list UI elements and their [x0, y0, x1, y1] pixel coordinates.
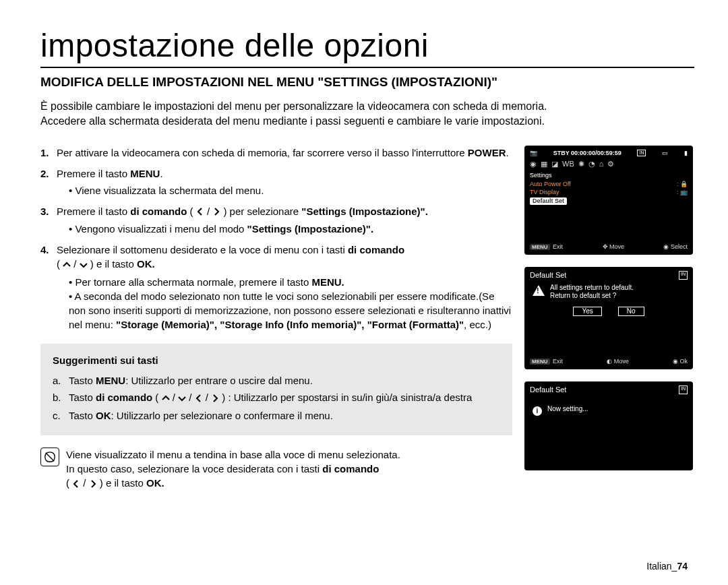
footer-select: ◉ Select: [663, 243, 688, 251]
chevron-up-icon: [162, 392, 170, 406]
step4-mid3: ) e il tasto: [88, 258, 137, 270]
step3-sub: Vengono visualizzati i menu del modo "Se…: [69, 222, 512, 236]
menu-header-settings: Settings: [530, 171, 688, 180]
note-line3-mid: ) e il tasto: [97, 477, 146, 489]
step1-post: .: [506, 147, 508, 158]
status-text: STBY 00:00:00/00:59:59: [553, 150, 621, 157]
menu-item-default-set: Default Set: [530, 197, 688, 206]
note-text: Viene visualizzato il menu a tendina in …: [66, 448, 400, 491]
intro-line1: È possibile cambiare le impostazioni del…: [40, 100, 547, 112]
card-icon: ▭: [662, 150, 668, 157]
footer-move: ◐ Move: [607, 358, 629, 365]
step1-pre: Per attivare la videocamera con scheda d…: [57, 147, 468, 158]
camera-screen-settings: 📷 STBY 00:00:00/00:59:59 IN ▭ ▮ ◉ ▦ ◪ WB…: [524, 146, 693, 255]
note-line2-b: di comando: [322, 463, 379, 474]
step3-b1: di comando: [130, 206, 187, 217]
note-row: Viene visualizzato il menu a tendina in …: [40, 448, 512, 491]
step3-sub-pre: Vengono visualizzati i menu del modo: [75, 223, 247, 235]
step3-mid3: ) per selezionare: [220, 206, 301, 217]
status-message: Now setting...: [547, 405, 588, 416]
note-line2-pre: In questo caso, selezionare la voce desi…: [66, 463, 322, 474]
tip-b-mid1: (: [152, 392, 161, 403]
camera-screen-default-set-confirm: Default Set IN All settings return to de…: [524, 267, 693, 369]
step4-b2: OK.: [137, 258, 155, 270]
step2-post: .: [160, 168, 162, 179]
step3-mid1: (: [187, 206, 195, 217]
page-title: impostazione delle opzioni: [40, 27, 694, 68]
note-line3-pre: (: [66, 477, 72, 489]
dialog-msg1: All settings return to default.: [550, 284, 634, 292]
info-icon: i: [533, 406, 542, 416]
page-label: Italian_: [646, 561, 677, 572]
section-heading: MODIFICA DELLE IMPOSTAZIONI NEL MENU "SE…: [40, 75, 694, 90]
storage-in-badge: IN: [637, 150, 646, 156]
note-icon: [40, 448, 59, 466]
tip-b-sep1: /: [170, 392, 179, 403]
icon-generic: ◉: [530, 160, 537, 168]
battery-icon: ▮: [684, 150, 688, 157]
chevron-right-icon: [212, 205, 220, 219]
storage-in-badge: IN: [679, 271, 688, 280]
tips-title: Suggerimenti sui tasti: [53, 353, 500, 368]
step3-b2: "Settings (Impostazione)".: [301, 206, 428, 217]
step4-sub1: Per tornare alla schermata normale, prem…: [69, 275, 512, 289]
tip-b-b: di comando: [96, 392, 152, 403]
step1-bold: POWER: [468, 147, 506, 158]
step-1-text: Per attivare la videocamera con scheda d…: [57, 146, 512, 160]
step-number-1: 1.: [40, 146, 57, 160]
footer-exit: MENU Exit: [530, 358, 563, 365]
icon-generic: ◔: [588, 160, 595, 168]
step4-mid2: /: [71, 258, 80, 270]
tip-b-sep3: /: [203, 392, 212, 403]
tip-c: Tasto OK: Utilizzarlo per selezionare o …: [69, 408, 333, 423]
gear-icon: ⚙: [607, 160, 614, 168]
tip-b-pre: Tasto: [69, 392, 96, 403]
dialog-title: Default Set: [530, 271, 566, 280]
step-number-2: 2.: [40, 166, 57, 197]
step-number-4: 4.: [40, 243, 57, 332]
yes-button[interactable]: Yes: [573, 307, 601, 316]
footer-exit: MENU Exit: [530, 243, 563, 251]
intro-text: È possibile cambiare le impostazioni del…: [40, 99, 694, 129]
instructions-column: 1. Per attivare la videocamera con sched…: [40, 146, 512, 491]
icon-generic: ✺: [578, 160, 584, 168]
step4-sub2: A seconda del modo selezionato non tutte…: [69, 289, 512, 332]
chevron-left-icon: [195, 392, 203, 406]
icon-generic: ▦: [541, 160, 547, 168]
tip-b-sep2: /: [186, 392, 195, 403]
step4-sub1-b: MENU.: [311, 276, 344, 288]
step4-pre: Selezionare il sottomenu desiderato e la…: [57, 244, 348, 255]
step2-sub: Viene visualizzata la schermata del menu…: [69, 183, 512, 197]
warning-icon: [533, 285, 545, 296]
tip-b: Tasto di comando ( / / / ) : Utilizzarlo…: [69, 390, 472, 406]
step4-sub1-pre: Per tornare alla schermata normale, prem…: [75, 276, 311, 288]
step4-sub2-b1: "Storage (Memoria)", "Storage Info (Info…: [116, 319, 464, 330]
no-button[interactable]: No: [618, 307, 644, 316]
tip-c-b: OK: [96, 410, 111, 421]
step2-pre: Premere il tasto: [57, 168, 130, 179]
chevron-right-icon: [211, 392, 219, 406]
tip-letter-a: a.: [53, 373, 69, 388]
step2-bold: MENU: [130, 168, 160, 179]
lock-icon: : 🔒: [677, 181, 688, 188]
chevron-down-icon: [80, 258, 88, 272]
tip-a-b: MENU: [96, 375, 125, 386]
top-icon-row: ◉ ▦ ◪ WB ✺ ◔ ⌂ ⚙: [530, 160, 688, 168]
tip-b-mid2: ) : Utilizzarlo per spostarsi in su/in g…: [219, 392, 472, 403]
tip-letter-c: c.: [53, 408, 69, 423]
camera-icon: 📷: [530, 150, 537, 157]
tip-letter-b: b.: [53, 390, 69, 406]
screenshots-column: 📷 STBY 00:00:00/00:59:59 IN ▭ ▮ ◉ ▦ ◪ WB…: [524, 146, 693, 470]
storage-in-badge: IN: [679, 386, 688, 394]
dialog-message: All settings return to default. Return t…: [550, 284, 634, 300]
tip-c-post: : Utilizzarlo per selezionare o conferma…: [111, 410, 333, 421]
step4-sub2-post: , ecc.): [464, 319, 491, 330]
note-line1: Viene visualizzato il menu a tendina in …: [66, 449, 400, 460]
step3-pre: Premere il tasto: [57, 206, 130, 217]
chevron-down-icon: [178, 392, 186, 406]
note-line3-b: OK.: [146, 477, 164, 489]
step3-mid2: /: [204, 206, 213, 217]
step4-mid1: (: [57, 258, 63, 270]
tip-a-post: : Utilizzarlo per entrare o uscire dal m…: [125, 375, 313, 386]
footer-move: ✥ Move: [603, 243, 625, 251]
